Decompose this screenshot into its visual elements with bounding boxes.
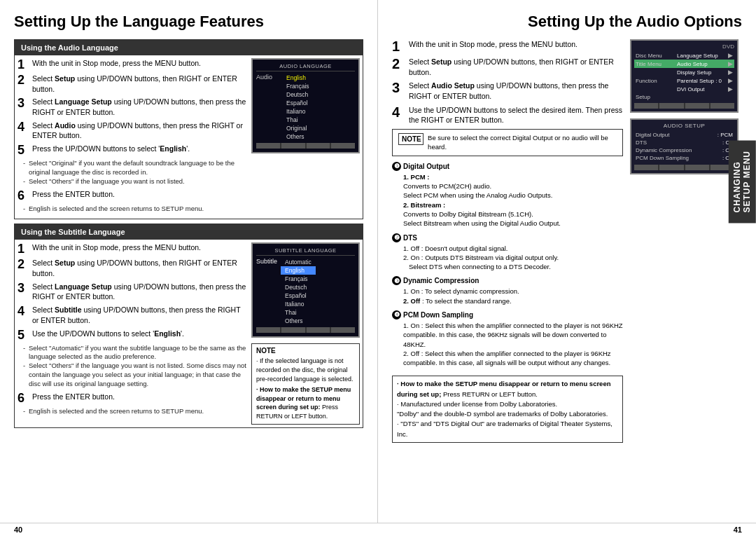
page-footer: 40 41 xyxy=(0,523,756,536)
subtitle-language-screen: SUBTITLE LANGUAGE Subtitle Automatic Eng… xyxy=(251,242,360,338)
subtitle-step-1: 1 With the unit in Stop mode, press the … xyxy=(18,242,247,255)
dts-body: 1. Off : Doesn't output digital signal. … xyxy=(403,244,623,272)
right-left-column: 1 With the unit in Stop mode, press the … xyxy=(392,39,623,443)
audio-step-6-text: Press the ENTER button. xyxy=(32,189,115,200)
audio-step-4: 4 Select Audio using UP/DOWN buttons, th… xyxy=(18,121,247,141)
dvd-screen: DVD Disc Menu Language Setup ▶ Title Men… xyxy=(630,39,738,113)
digital-output-note: NOTE Be sure to select the correct Digit… xyxy=(392,129,623,156)
dvd-row-disc-menu: Disc Menu Language Setup ▶ xyxy=(634,51,734,60)
dvd-row-display-setup: Display Setup ▶ xyxy=(634,68,734,76)
audio-steps-col: 1 With the unit in Stop mode, press the … xyxy=(18,58,247,216)
lang-others: Others xyxy=(282,132,355,141)
subtitle-language-list: Automatic English Français Deutsch Españ… xyxy=(281,258,316,325)
as-row-pcm: PCM Down Sampling : On xyxy=(634,154,734,162)
dts-section: ❷ DTS 1. Off : Doesn't output digital si… xyxy=(392,233,623,272)
digital-output-body: 1. PCM : Converts to PCM(2CH) audio. Sel… xyxy=(403,172,623,228)
lang-francais: Français xyxy=(282,82,355,90)
note-label: NOTE xyxy=(398,133,424,145)
audio-step-6: 6 Press the ENTER button. xyxy=(18,189,247,202)
note-text: Be sure to select the correct Digital Ou… xyxy=(428,133,617,152)
sub-lang-english: English xyxy=(281,266,316,275)
digital-output-section: ❶ Digital Output 1. PCM : Converts to PC… xyxy=(392,162,623,228)
subtitle-step-5-bullets: Select "Automatic" if you want the subti… xyxy=(23,344,247,389)
subtitle-screen-title: SUBTITLE LANGUAGE xyxy=(256,247,355,256)
audio-setup-screen: AUDIO SETUP Digital Output : PCM DTS : O… xyxy=(630,118,738,174)
subtitle-step-2: 2 Select Setup using UP/DOWN buttons, th… xyxy=(18,258,247,278)
sub-lang-thai: Thai xyxy=(281,308,316,317)
lang-italiano: Italiano xyxy=(282,107,355,116)
audio-step-3-text: Select Language Setup using UP/DOWN butt… xyxy=(32,97,247,117)
audio-step-6-bullets: English is selected and the screen retur… xyxy=(23,205,247,214)
sub-lang-francais: Français xyxy=(281,275,316,283)
audio-screen-area: AUDIO LANGUAGE Audio English Français De… xyxy=(251,58,360,216)
pcm-down-sampling-title: PCM Down Sampling xyxy=(403,311,473,319)
audio-language-screen: AUDIO LANGUAGE Audio English Français De… xyxy=(251,58,360,153)
audio-step-5-bullets: Select "Original" if you want the defaul… xyxy=(23,159,247,186)
subtitle-step-3: 3 Select Language Setup using UP/DOWN bu… xyxy=(18,282,247,302)
audio-step-2: 2 Select Setup using UP/DOWN buttons, th… xyxy=(18,74,247,94)
as-row-dts: DTS : Off xyxy=(634,139,734,146)
dvd-row-function: Function Parental Setup : 0 ▶ xyxy=(634,76,734,85)
right-main-content: 1 With the unit in Stop mode, press the … xyxy=(392,39,742,443)
sub-lang-deutsch: Deutsch xyxy=(281,283,316,291)
bottom-note-content: · How to make the SETUP menu disappear o… xyxy=(397,379,618,439)
sub-lang-others: Others xyxy=(281,317,316,325)
dvd-screen-bar xyxy=(634,103,734,109)
left-page: Setting Up the Language Features Using t… xyxy=(0,0,378,523)
dynamic-compression-title: Dynamic Compression xyxy=(403,277,479,284)
audio-language-list: English Français Deutsch Español Italian… xyxy=(282,74,355,141)
page-number-left: 40 xyxy=(14,525,734,534)
audio-screen-label: Audio xyxy=(256,74,279,141)
audio-setup-title: AUDIO SETUP xyxy=(634,123,734,129)
audio-language-section: Using the Audio Language 1 With the unit… xyxy=(14,39,363,219)
left-note-content: · If the selected language is not record… xyxy=(256,357,355,420)
lang-deutsch: Deutsch xyxy=(282,90,355,99)
left-note-title: NOTE xyxy=(256,347,355,355)
lang-espanol: Español xyxy=(282,99,355,107)
digital-output-title: Digital Output xyxy=(403,163,449,170)
subtitle-screen-area: SUBTITLE LANGUAGE Subtitle Automatic Eng… xyxy=(251,242,360,424)
sub-lang-italiano: Italiano xyxy=(281,300,316,308)
right-step-3: 3 Select Audio Setup using UP/DOWN butto… xyxy=(392,81,623,101)
audio-setup-bar xyxy=(634,165,734,170)
as-row-digital-output: Digital Output : PCM xyxy=(634,131,734,139)
bottom-note-box: · How to make the SETUP menu disappear o… xyxy=(392,376,623,443)
audio-screen-bar xyxy=(256,143,355,149)
subtitle-step-4: 4 Select Subtitle using UP/DOWN buttons,… xyxy=(18,305,247,325)
dynamic-compression-body: 1. On : To select dynamic compression. 2… xyxy=(403,287,623,305)
left-note-box: NOTE · If the selected language is not r… xyxy=(251,343,360,424)
audio-step-4-text: Select Audio using UP/DOWN buttons, then… xyxy=(32,121,247,141)
right-step-1: 1 With the unit in Stop mode, press the … xyxy=(392,39,623,53)
right-step-4: 4 Use the UP/DOWN buttons to select the … xyxy=(392,105,623,125)
audio-step-1: 1 With the unit in Stop mode, press the … xyxy=(18,58,247,71)
audio-language-header: Using the Audio Language xyxy=(15,40,363,55)
lang-original: Original xyxy=(282,124,355,132)
audio-screen-title: AUDIO LANGUAGE xyxy=(256,63,355,71)
right-right-column: DVD Disc Menu Language Setup ▶ Title Men… xyxy=(630,39,742,443)
pcm-down-sampling-section: ❹ PCM Down Sampling 1. On : Select this … xyxy=(392,310,623,367)
dvd-row-setup: Setup xyxy=(634,93,734,101)
dynamic-compression-section: ❸ Dynamic Compression 1. On : To select … xyxy=(392,276,623,305)
sub-lang-automatic: Automatic xyxy=(281,258,316,266)
pcm-down-sampling-body: 1. On : Select this when the amplifier c… xyxy=(403,321,623,367)
sidebar-tab-line2: SETUP MENU xyxy=(743,151,752,212)
lang-thai: Thai xyxy=(282,116,355,124)
dts-title: DTS xyxy=(403,234,417,242)
audio-step-3: 3 Select Language Setup using UP/DOWN bu… xyxy=(18,97,247,117)
subtitle-screen-bar xyxy=(256,327,355,333)
subtitle-step-6-bullets: English is selected and the screen retur… xyxy=(23,407,247,416)
audio-step-5-text: Press the UP/DOWN buttons to select 'Eng… xyxy=(32,144,190,154)
dvd-label: DVD xyxy=(634,43,734,50)
audio-step-5: 5 Press the UP/DOWN buttons to select 'E… xyxy=(18,144,247,156)
dvd-row-dvi-output: DVI Output ▶ xyxy=(634,85,734,93)
subtitle-language-header: Using the Subtitle Language xyxy=(15,224,363,240)
subtitle-language-section: Using the Subtitle Language 1 With the u… xyxy=(14,224,363,427)
subtitle-step-5: 5 Use the UP/DOWN buttons to select 'Eng… xyxy=(18,329,247,341)
sidebar-tab: CHANGING SETUP MENU xyxy=(729,140,756,223)
right-step-2: 2 Select Setup using UP/DOWN buttons, th… xyxy=(392,57,623,77)
dvd-row-title-menu: Title Menu Audio Setup ▶ xyxy=(634,60,734,68)
lang-english: English xyxy=(282,74,355,82)
subtitle-screen-label: Subtitle xyxy=(256,258,277,325)
audio-step-2-text: Select Setup using UP/DOWN buttons, then… xyxy=(32,74,247,94)
right-page-title: Setting Up the Audio Options xyxy=(392,13,742,31)
